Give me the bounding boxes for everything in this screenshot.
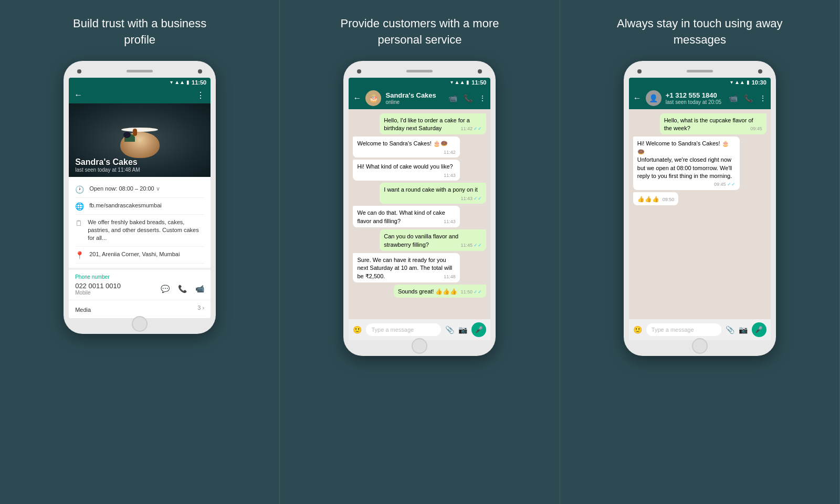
more-icon-3[interactable]: ⋮ — [759, 94, 766, 102]
location-icon: 📍 — [75, 251, 84, 259]
signal-icon-2: ▲▲ — [455, 79, 465, 85]
mic-button-3[interactable]: 🎤 — [752, 322, 766, 337]
away-msg-text-2: Hi! Welcome to Sandra's Cakes! 🎂🍩Unfortu… — [637, 140, 732, 179]
phone-bottom-1 — [69, 318, 211, 327]
phone-2: ▾ ▲▲ ▮ 11:50 ← 🎂 Sandra's Cakes online 📹… — [343, 61, 496, 356]
video-call-icon-2[interactable]: 📹 — [448, 94, 457, 102]
attach-icon-2[interactable]: 📎 — [445, 326, 454, 334]
media-label: Media — [75, 307, 91, 313]
wifi-icon-2: ▾ — [450, 79, 453, 85]
home-button-2[interactable] — [412, 338, 427, 354]
status-time-3: 10:30 — [752, 79, 766, 86]
panel2-title: Provide customers with a more personal s… — [335, 16, 503, 48]
message-3: Hi! What kind of cake would you like? 11… — [353, 160, 459, 181]
call-icon[interactable]: 📞 — [178, 285, 187, 293]
address-row: 📍 201, Areniia Corner, Vashi, Mumbai — [75, 247, 204, 264]
msg-time-2: 11:42 — [444, 149, 456, 156]
message-4: I want a round cake with a pony on it 11… — [380, 183, 486, 204]
msg-text-7: Sure. We can have it ready for you next … — [357, 257, 452, 279]
back-button-3[interactable]: ← — [633, 93, 642, 103]
back-button-2[interactable]: ← — [353, 93, 361, 103]
speaker-1 — [127, 70, 153, 72]
home-button-3[interactable] — [692, 338, 708, 354]
status-bar-3: ▾ ▲▲ ▮ 10:30 — [629, 78, 771, 87]
camera-icon-3[interactable]: 📷 — [739, 326, 748, 334]
profile-info-section: 🕐 Open now: 08:00 – 20:00 ∨ 🌐 fb.me/sand… — [69, 177, 211, 268]
message-5: We can do that. What kind of cake flavor… — [353, 206, 459, 227]
message-input-2[interactable]: Type a message — [366, 323, 441, 336]
chat-topbar-2: ← 🎂 Sandra's Cakes online 📹 📞 ⋮ — [349, 87, 490, 109]
camera-icon-2[interactable]: 📷 — [458, 326, 467, 334]
msg-text-3: Hi! What kind of cake would you like? — [357, 163, 453, 170]
voice-call-icon-3[interactable]: 📞 — [744, 94, 753, 102]
back-button[interactable]: ← — [74, 90, 82, 100]
msg-time-4: 11:43 ✓✓ — [460, 195, 482, 202]
chat-topbar-3: ← 👤 +1 312 555 1840 last seen today at 2… — [629, 87, 771, 109]
message-1: Hello, I'd like to order a cake for a bi… — [380, 113, 486, 135]
profile-header: Sandra's Cakes last seen today at 11:48 … — [69, 103, 211, 177]
contact-info-3: +1 312 555 1840 last seen today at 20:05 — [666, 91, 724, 105]
more-icon-2[interactable]: ⋮ — [479, 94, 486, 102]
video-icon[interactable]: 📹 — [195, 285, 204, 293]
voice-call-icon-2[interactable]: 📞 — [464, 94, 472, 102]
status-time-2: 11:50 — [471, 79, 486, 86]
message-input-3[interactable]: Type a message — [646, 323, 721, 336]
msg-text-1: Hello, I'd like to order a cake for a bi… — [384, 117, 470, 131]
phone-number-value: 022 0011 0010 — [75, 282, 121, 290]
contact-status-3: last seen today at 20:05 — [666, 99, 724, 105]
front-camera-3 — [637, 69, 642, 74]
mic-button-2[interactable]: 🎤 — [471, 322, 486, 337]
msg-text-5: We can do that. What kind of cake flavor… — [357, 209, 445, 224]
phone-bottom-2 — [349, 340, 490, 349]
website-link[interactable]: fb.me/sandrascakesmumbai — [89, 202, 162, 209]
signal-icon-3: ▲▲ — [734, 79, 745, 85]
emoji-icon-3[interactable]: 🙂 — [633, 326, 642, 334]
business-name: Sandra's Cakes — [75, 158, 140, 167]
website-row: 🌐 fb.me/sandrascakesmumbai — [75, 198, 204, 215]
status-bar-1: ▾ ▲▲ ▮ 11:50 — [69, 78, 211, 87]
msg-time-7: 11:48 — [444, 274, 456, 280]
message-8: Sounds great! 👍👍👍 11:50 ✓✓ — [394, 285, 487, 298]
more-options-button[interactable]: ⋮ — [196, 90, 205, 100]
panel-away-messages: Always stay in touch using away messages… — [560, 0, 840, 504]
profile-topbar: ← ⋮ — [69, 87, 211, 103]
hours-text: Open now: 08:00 – 20:00 ∨ — [89, 185, 160, 193]
message-6: Can you do vanilla flavor and strawberry… — [380, 229, 486, 251]
message-icon[interactable]: 💬 — [161, 285, 170, 293]
speaker-2 — [406, 70, 433, 72]
chat-avatar-3: 👤 — [646, 90, 662, 106]
front-camera-2 — [357, 69, 361, 74]
clock-icon: 🕐 — [75, 185, 84, 194]
msg-time-8: 11:50 ✓✓ — [460, 289, 482, 296]
away-msg-time-1: 09:45 — [750, 125, 762, 132]
message-2: Welcome to Sandra's Cakes! 🎂🍩 11:42 — [353, 136, 459, 158]
description-row: 🗒 We offer freshly baked breads, cakes, … — [75, 215, 204, 247]
phone-top-1 — [69, 68, 211, 78]
video-call-icon-3[interactable]: 📹 — [729, 94, 738, 102]
signal-icon: ▲▲ — [174, 79, 185, 85]
chat-messages-3: Hello, what is the cupcake flavor of the… — [629, 109, 771, 319]
chat-messages-2: Hello, I'd like to order a cake for a bi… — [349, 109, 490, 319]
away-message-3: 👍👍👍 09:50 — [633, 192, 679, 205]
info-icon: 🗒 — [75, 219, 82, 227]
emoji-icon-2[interactable]: 🙂 — [353, 326, 362, 334]
home-button-1[interactable] — [132, 316, 148, 332]
screen-3: ▾ ▲▲ ▮ 10:30 ← 👤 +1 312 555 1840 last se… — [629, 78, 771, 340]
phone-1: ▾ ▲▲ ▮ 11:50 ← ⋮ — [64, 61, 216, 334]
last-seen-text: last seen today at 11:48 AM — [75, 167, 140, 173]
phone-type: Mobile — [75, 290, 121, 296]
contact-name-2: Sandra's Cakes — [385, 91, 444, 99]
phone-number-section: Phone number 022 0011 0010 Mobile 💬 📞 📹 — [69, 270, 211, 300]
phone-number-label: Phone number — [75, 274, 204, 280]
wifi-icon: ▾ — [170, 79, 173, 85]
status-bar-2: ▾ ▲▲ ▮ 11:50 — [349, 78, 490, 87]
msg-time-1: 11:42 ✓✓ — [460, 125, 482, 132]
away-msg-text-3: 👍👍👍 — [637, 196, 659, 202]
away-message-2: Hi! Welcome to Sandra's Cakes! 🎂🍩Unfortu… — [633, 136, 740, 190]
attach-icon-3[interactable]: 📎 — [726, 326, 734, 334]
chat-topbar-icons-3: 📹 📞 ⋮ — [729, 94, 766, 102]
msg-time-6: 11:45 ✓✓ — [460, 242, 482, 249]
contact-info-2: Sandra's Cakes online — [385, 91, 444, 105]
wifi-icon-3: ▾ — [730, 79, 733, 85]
away-msg-text-1: Hello, what is the cupcake flavor of the… — [664, 117, 753, 131]
